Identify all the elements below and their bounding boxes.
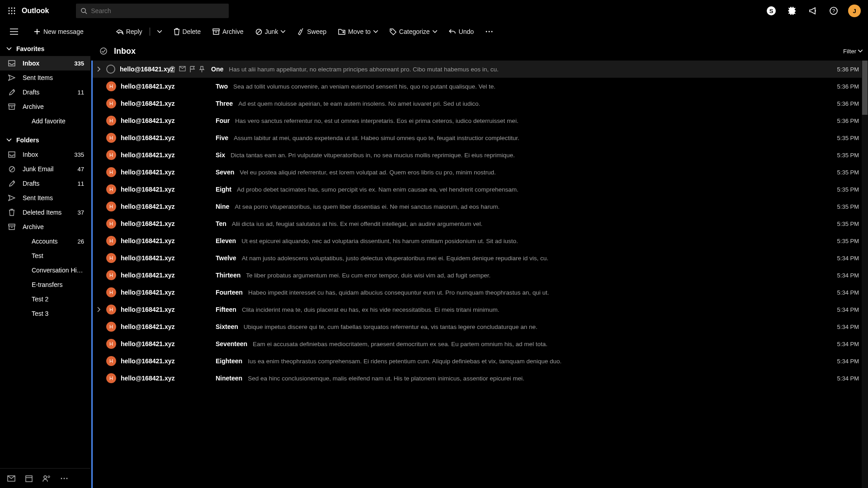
message-time: 5:36 PM bbox=[837, 117, 859, 124]
message-row[interactable]: Hhello@168421.xyzElevenUt est epicurei a… bbox=[93, 232, 868, 249]
svg-point-31 bbox=[61, 478, 62, 479]
thread-expand-icon[interactable] bbox=[93, 66, 105, 72]
categorize-button[interactable]: Categorize bbox=[385, 25, 442, 38]
message-time: 5:35 PM bbox=[837, 186, 859, 193]
settings-icon[interactable] bbox=[785, 4, 799, 18]
message-from: hello@168421.xyz bbox=[121, 220, 216, 227]
svg-point-29 bbox=[44, 476, 47, 479]
message-row[interactable]: Hhello@168421.xyzSevenVel eu postea aliq… bbox=[93, 164, 868, 181]
message-subject: Six bbox=[216, 151, 225, 159]
app-launcher-icon[interactable] bbox=[5, 4, 19, 18]
delete-button[interactable]: Delete bbox=[169, 25, 205, 38]
calendar-module-icon[interactable] bbox=[25, 475, 33, 482]
nav-toggle-button[interactable] bbox=[5, 26, 23, 38]
row-read-icon[interactable] bbox=[179, 66, 186, 73]
nav-item-favorites-0[interactable]: Inbox335 bbox=[0, 56, 90, 70]
message-row[interactable]: Hhello@168421.xyzTwelveAt nam justo adol… bbox=[93, 249, 868, 267]
help-icon[interactable]: ? bbox=[826, 4, 841, 18]
move-to-button[interactable]: Move to bbox=[334, 25, 382, 38]
skype-icon[interactable]: S bbox=[764, 4, 778, 18]
message-preview: Eam ei accusata definiebas mediocritatem… bbox=[253, 341, 832, 347]
row-flag-icon[interactable] bbox=[189, 66, 195, 73]
more-actions-button[interactable] bbox=[481, 28, 497, 35]
scrollbar-track[interactable] bbox=[862, 61, 868, 488]
nav-item-folders-7[interactable]: Test bbox=[0, 249, 90, 263]
message-row[interactable]: Hhello@168421.xyzFourteenHabeo impedit i… bbox=[93, 284, 868, 301]
message-row[interactable]: hello@168421.xyzOneHas ut alii harum app… bbox=[93, 61, 868, 78]
nav-item-folders-4[interactable]: Deleted Items37 bbox=[0, 205, 90, 220]
nav-item-folders-1[interactable]: Junk Email47 bbox=[0, 162, 90, 176]
message-row[interactable]: Hhello@168421.xyzTenAlii dicta ius ad, f… bbox=[93, 215, 868, 232]
message-from: hello@168421.xyz bbox=[121, 151, 216, 159]
message-row[interactable]: Hhello@168421.xyzFifteenClita inciderint… bbox=[93, 301, 868, 318]
message-row[interactable]: Hhello@168421.xyzTwoSea ad tollit volumu… bbox=[93, 78, 868, 95]
message-row[interactable]: Hhello@168421.xyzThreeAd est quem noluis… bbox=[93, 95, 868, 112]
message-row[interactable]: Hhello@168421.xyzFiveAssum labitur at me… bbox=[93, 129, 868, 146]
nav-item-folders-10[interactable]: Test 2 bbox=[0, 292, 90, 306]
search-icon bbox=[80, 7, 87, 14]
search-input[interactable] bbox=[91, 7, 224, 14]
mail-module-icon[interactable] bbox=[7, 475, 15, 482]
thread-expand-icon[interactable] bbox=[93, 307, 105, 312]
nav-item-folders-6[interactable]: Accounts26 bbox=[0, 234, 90, 249]
reply-dropdown[interactable] bbox=[153, 28, 166, 36]
search-box[interactable] bbox=[76, 4, 229, 18]
nav-item-favorites-4[interactable]: Add favorite bbox=[0, 114, 90, 128]
new-message-button[interactable]: New message bbox=[29, 25, 88, 38]
nav-section-favorites[interactable]: Favorites bbox=[0, 42, 90, 56]
nav-item-folders-0[interactable]: Inbox335 bbox=[0, 147, 90, 162]
message-from: hello@168421.xyz bbox=[121, 254, 216, 262]
message-row[interactable]: Hhello@168421.xyzNineAt sea porro vitupe… bbox=[93, 198, 868, 215]
nav-item-folders-9[interactable]: E-transfers bbox=[0, 277, 90, 292]
nav-item-label: Conversation Hist… bbox=[32, 267, 84, 274]
user-avatar[interactable]: J bbox=[847, 4, 862, 18]
nav-item-favorites-3[interactable]: Archive bbox=[0, 99, 90, 114]
message-time: 5:35 PM bbox=[837, 238, 859, 244]
message-row[interactable]: Hhello@168421.xyzSixteenUbique impetus d… bbox=[93, 318, 868, 335]
scrollbar-thumb[interactable] bbox=[862, 61, 868, 115]
sender-avatar: H bbox=[106, 116, 116, 126]
inbox-icon bbox=[7, 60, 16, 66]
sweep-button[interactable]: Sweep bbox=[292, 25, 331, 38]
nav-item-folders-11[interactable]: Test 3 bbox=[0, 306, 90, 321]
nav-item-folders-8[interactable]: Conversation Hist… bbox=[0, 263, 90, 277]
message-row[interactable]: Hhello@168421.xyzSixDicta tantas eam an.… bbox=[93, 146, 868, 164]
sent-icon bbox=[7, 195, 16, 201]
message-row[interactable]: Hhello@168421.xyzThirteenTe liber probat… bbox=[93, 267, 868, 284]
archive-button[interactable]: Archive bbox=[208, 25, 248, 38]
select-all-icon[interactable] bbox=[99, 47, 108, 55]
junk-button[interactable]: Junk bbox=[251, 25, 290, 38]
sender-avatar: H bbox=[106, 150, 116, 160]
nav-item-favorites-2[interactable]: Drafts11 bbox=[0, 85, 90, 99]
row-delete-icon[interactable] bbox=[170, 66, 175, 73]
message-from: hello@168421.xyz bbox=[121, 100, 216, 107]
nav-item-folders-2[interactable]: Drafts11 bbox=[0, 176, 90, 191]
message-row[interactable]: Hhello@168421.xyzEighteenIus ea enim the… bbox=[93, 352, 868, 370]
nav-footer-more-icon[interactable] bbox=[61, 478, 68, 479]
message-from: hello@168421.xyz bbox=[121, 289, 216, 296]
nav-item-folders-5[interactable]: Archive bbox=[0, 220, 90, 234]
message-list[interactable]: hello@168421.xyzOneHas ut alii harum app… bbox=[91, 61, 868, 488]
reply-button[interactable]: Reply bbox=[112, 25, 147, 38]
message-time: 5:34 PM bbox=[837, 272, 859, 279]
message-row[interactable]: Hhello@168421.xyzFourHas vero sanctus re… bbox=[93, 112, 868, 129]
message-preview: Ubique impetus discere qui te, cum fabel… bbox=[244, 324, 832, 330]
nav-section-folders[interactable]: Folders bbox=[0, 133, 90, 147]
nav-item-favorites-1[interactable]: Sent Items bbox=[0, 70, 90, 85]
sender-avatar: H bbox=[106, 219, 116, 229]
message-select-circle[interactable] bbox=[106, 65, 115, 74]
message-row[interactable]: Hhello@168421.xyzNineteenSed ea hinc con… bbox=[93, 370, 868, 387]
svg-point-2 bbox=[14, 8, 15, 9]
message-row[interactable]: Hhello@168421.xyzSeventeenEam ei accusat… bbox=[93, 335, 868, 352]
filter-button[interactable]: Filter bbox=[843, 48, 863, 55]
folder-title: Inbox bbox=[114, 47, 136, 56]
message-time: 5:34 PM bbox=[837, 375, 859, 382]
undo-button[interactable]: Undo bbox=[444, 25, 478, 38]
row-pin-icon[interactable] bbox=[199, 66, 205, 73]
message-row[interactable]: Hhello@168421.xyzEightAd probo debet tac… bbox=[93, 181, 868, 198]
announcements-icon[interactable] bbox=[806, 4, 820, 18]
nav-item-label: E-transfers bbox=[32, 281, 84, 288]
message-subject: Eighteen bbox=[216, 357, 242, 365]
people-module-icon[interactable] bbox=[42, 475, 51, 482]
nav-item-folders-3[interactable]: Sent Items bbox=[0, 191, 90, 205]
